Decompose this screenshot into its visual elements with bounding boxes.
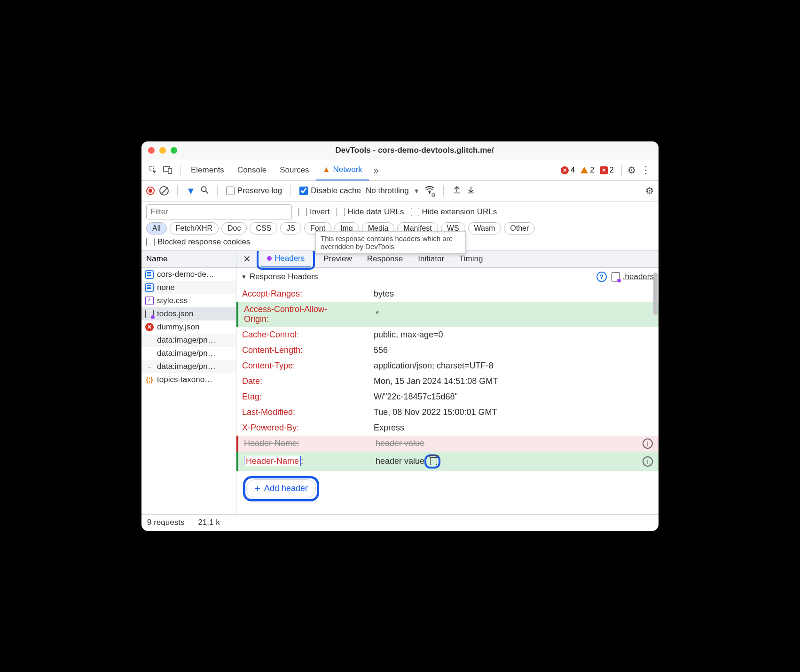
request-row[interactable]: todos.json (141, 307, 236, 320)
header-name: Content-Type: (242, 361, 374, 371)
header-row[interactable]: Header-Name:header valuei (236, 436, 659, 452)
headers-tab-highlight: Headers (257, 251, 315, 270)
header-value: Express (374, 423, 404, 433)
tab-elements[interactable]: Elements (184, 160, 231, 180)
import-har-icon[interactable] (466, 185, 476, 197)
request-row[interactable]: –data:image/pn… (141, 360, 236, 373)
header-value[interactable]: header value (376, 456, 424, 466)
window-titlebar: DevTools - cors-demo-devtools.glitch.me/ (141, 141, 659, 160)
throttling-select[interactable]: No throttling (366, 186, 409, 195)
maximize-window-button[interactable] (171, 147, 177, 154)
divider (180, 164, 180, 176)
response-headers-list: Accept-Ranges:bytesAccess-Control-Allow-… (236, 286, 659, 471)
settings-gear-icon[interactable]: ⚙ (627, 164, 636, 176)
filter-pill-wasm[interactable]: Wasm (468, 222, 502, 234)
main-tabs-bar: Elements Console Sources ▲ Network » ✕4 … (141, 160, 659, 181)
request-row[interactable]: cors-demo-de… (141, 268, 236, 281)
request-row[interactable]: style.css (141, 294, 236, 307)
export-har-icon[interactable] (452, 185, 462, 197)
tabs-overflow-button[interactable]: » (369, 165, 384, 176)
divider (290, 185, 291, 196)
request-row[interactable]: ✕dummy.json (141, 320, 236, 334)
header-row[interactable]: Access-Control-Allow-Origin:* (236, 302, 659, 327)
header-row[interactable]: Cache-Control:public, max-age=0 (236, 327, 659, 343)
window-title: DevTools - cors-demo-devtools.glitch.me/ (177, 146, 652, 155)
tab-network[interactable]: ▲ Network (316, 160, 369, 180)
search-icon[interactable] (200, 186, 209, 196)
info-icon[interactable]: i (643, 456, 653, 467)
data-url-icon: – (145, 349, 154, 358)
network-settings-gear-icon[interactable]: ⚙ (645, 185, 654, 196)
document-icon (145, 283, 154, 292)
vertical-scrollbar[interactable] (653, 273, 658, 315)
header-row[interactable]: Accept-Ranges:bytes (236, 286, 659, 302)
add-header-row: + Add header (236, 471, 659, 508)
filter-pill-js[interactable]: JS (280, 222, 301, 234)
divider (217, 185, 218, 196)
issue-count-badge[interactable]: ✕2 (598, 166, 616, 174)
request-row[interactable]: –data:image/pn… (141, 347, 236, 360)
response-headers-section-title[interactable]: ▼ Response Headers ? .headers (236, 268, 659, 286)
filter-pill-doc[interactable]: Doc (221, 222, 247, 234)
tab-sources[interactable]: Sources (273, 160, 315, 180)
header-row[interactable]: Content-Length:556 (236, 343, 659, 358)
filter-input[interactable] (146, 204, 292, 219)
tab-console[interactable]: Console (231, 160, 273, 180)
request-name: cors-demo-de… (157, 270, 214, 279)
header-row[interactable]: Date:Mon, 15 Jan 2024 14:51:08 GMT (236, 374, 659, 389)
devtools-window: DevTools - cors-demo-devtools.glitch.me/… (141, 141, 659, 531)
header-name: Header-Name: (244, 438, 376, 448)
invert-checkbox[interactable]: Invert (298, 207, 330, 217)
header-row[interactable]: Content-Type:application/json; charset=U… (236, 358, 659, 374)
hide-data-urls-checkbox[interactable]: Hide data URLs (337, 207, 404, 217)
filter-toggle-icon[interactable]: ▼ (186, 186, 196, 196)
close-window-button[interactable] (148, 147, 155, 154)
filter-pill-all[interactable]: All (146, 222, 167, 234)
request-name: data:image/pn… (157, 336, 216, 345)
traffic-lights (148, 147, 177, 154)
preserve-log-checkbox[interactable]: Preserve log (226, 186, 282, 195)
record-button[interactable] (146, 187, 155, 195)
help-icon[interactable]: ? (596, 272, 607, 282)
more-menu-icon[interactable]: ⋮ (638, 164, 654, 176)
delete-highlight (424, 454, 440, 469)
document-icon (145, 270, 154, 279)
filter-pill-fetchxhr[interactable]: Fetch/XHR (170, 222, 219, 234)
header-value: * (376, 309, 379, 319)
warning-count-badge[interactable]: 2 (579, 166, 596, 174)
filter-pill-css[interactable]: CSS (250, 222, 277, 234)
header-row[interactable]: Etag:W/"22c-18457c15d68" (236, 389, 659, 405)
info-icon[interactable]: i (643, 438, 653, 449)
headers-file-link[interactable]: .headers (612, 272, 654, 281)
request-row[interactable]: {;}topics-taxono… (141, 373, 236, 386)
close-details-button[interactable]: ✕ (239, 253, 255, 265)
header-row[interactable]: Last-Modified:Tue, 08 Nov 2022 15:00:01 … (236, 405, 659, 420)
header-row[interactable]: X-Powered-By:Express (236, 420, 659, 436)
collapse-caret-icon: ▼ (241, 273, 247, 280)
add-header-button[interactable]: + Add header (246, 479, 316, 498)
header-row[interactable]: Header-Name:header valuei (236, 452, 659, 471)
error-count-badge[interactable]: ✕4 (559, 166, 577, 174)
request-name: dummy.json (157, 322, 199, 332)
inspect-element-icon[interactable] (146, 164, 159, 177)
filter-pill-other[interactable]: Other (504, 222, 535, 234)
clear-button[interactable] (159, 186, 169, 195)
throttling-caret-icon[interactable]: ▼ (414, 188, 420, 195)
delete-header-button[interactable] (429, 457, 438, 466)
header-name-input[interactable]: Header-Name (244, 456, 301, 466)
disable-cache-checkbox[interactable]: Disable cache (299, 186, 361, 195)
header-name: Last-Modified: (242, 407, 374, 417)
network-conditions-icon[interactable]: ⚙ (424, 184, 435, 197)
tab-headers[interactable]: Headers (260, 251, 311, 268)
blocked-cookies-checkbox[interactable]: Blocked response cookies (146, 237, 251, 247)
request-row[interactable]: –data:image/pn… (141, 334, 236, 347)
minimize-window-button[interactable] (159, 147, 166, 154)
request-row[interactable]: none (141, 281, 236, 294)
warning-icon: ▲ (322, 165, 330, 174)
hide-extension-urls-checkbox[interactable]: Hide extension URLs (411, 207, 497, 217)
device-toolbar-icon[interactable] (161, 164, 174, 177)
name-column-header[interactable]: Name (141, 251, 236, 268)
request-name: style.css (157, 296, 188, 305)
request-list-column: Name cors-demo-de…nonestyle.csstodos.jso… (141, 251, 236, 514)
request-name: data:image/pn… (157, 349, 216, 358)
